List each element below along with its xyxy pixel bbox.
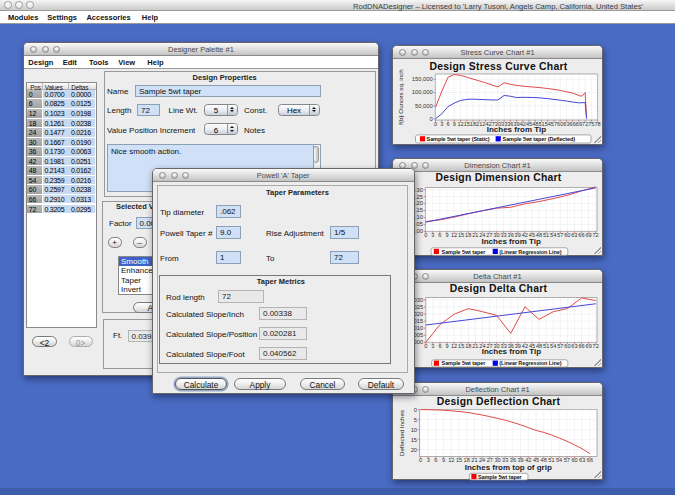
svg-text:12: 12	[448, 456, 454, 462]
svg-text:50,000: 50,000	[415, 102, 433, 108]
svg-text:18: 18	[465, 342, 471, 348]
svg-text:3: 3	[440, 120, 443, 126]
svg-text:9: 9	[442, 456, 445, 462]
svg-text:9: 9	[453, 120, 456, 126]
svg-text:15: 15	[458, 342, 464, 348]
svg-text:15: 15	[458, 232, 464, 238]
svg-text:Inches from Tip: Inches from Tip	[481, 237, 541, 246]
svg-text:(Linear Regression Line): (Linear Regression Line)	[499, 360, 561, 366]
svg-text:78: 78	[594, 120, 600, 126]
svg-text:0: 0	[414, 406, 417, 412]
svg-text:63: 63	[571, 342, 577, 348]
svg-text:f(b) Ounces sq. inch: f(b) Ounces sq. inch	[397, 68, 404, 124]
svg-text:60: 60	[564, 232, 570, 238]
svg-text:6: 6	[434, 456, 437, 462]
svg-text:Sample 5wt taper: Sample 5wt taper	[442, 360, 487, 366]
svg-text:57: 57	[557, 342, 563, 348]
svg-text:0: 0	[424, 232, 427, 238]
svg-text:3: 3	[427, 456, 430, 462]
svg-text:Design Deflection Chart: Design Deflection Chart	[437, 396, 561, 407]
svg-text:0: 0	[430, 115, 433, 121]
svg-text:69: 69	[585, 232, 591, 238]
svg-text:9: 9	[445, 232, 448, 238]
svg-text:Deflected Inches: Deflected Inches	[398, 409, 405, 455]
svg-text:20: 20	[411, 446, 417, 452]
svg-text:51: 51	[543, 232, 549, 238]
svg-text:Inches from Tip: Inches from Tip	[487, 124, 547, 133]
svg-text:Sample 5wt taper: Sample 5wt taper	[442, 248, 487, 254]
svg-text:21: 21	[472, 342, 478, 348]
svg-text:69: 69	[586, 342, 592, 348]
svg-text:54: 54	[550, 342, 556, 348]
svg-text:63: 63	[571, 232, 577, 238]
svg-text:Inches from top of grip: Inches from top of grip	[465, 462, 552, 471]
svg-text:54: 54	[556, 456, 562, 462]
svg-text:3: 3	[431, 342, 434, 348]
svg-text:Sample 5wt taper (Deflected): Sample 5wt taper (Deflected)	[503, 136, 576, 142]
svg-text:0: 0	[419, 456, 422, 462]
svg-text:Sample 5wt taper: Sample 5wt taper	[478, 473, 523, 479]
svg-text:51: 51	[543, 342, 549, 348]
svg-text:66: 66	[578, 232, 584, 238]
svg-text:150,000: 150,000	[412, 76, 433, 82]
svg-text:Design Stress Curve Chart: Design Stress Curve Chart	[430, 60, 568, 71]
svg-text:10: 10	[411, 426, 417, 432]
svg-text:72: 72	[593, 232, 599, 238]
svg-text:0: 0	[434, 120, 437, 126]
svg-text:6: 6	[438, 232, 441, 238]
svg-text:18: 18	[465, 232, 471, 238]
svg-text:60: 60	[571, 456, 577, 462]
svg-text:60: 60	[564, 342, 570, 348]
svg-text:(Linear Regression Line): (Linear Regression Line)	[499, 248, 561, 254]
svg-text:Design Dimension Chart: Design Dimension Chart	[435, 172, 561, 183]
svg-text:Design Delta Chart: Design Delta Chart	[450, 283, 548, 294]
svg-text:100,000: 100,000	[412, 89, 433, 95]
svg-text:5: 5	[414, 416, 417, 422]
svg-text:12: 12	[451, 232, 457, 238]
svg-text:12: 12	[451, 342, 457, 348]
svg-text:63: 63	[579, 456, 585, 462]
svg-text:21: 21	[472, 232, 478, 238]
svg-text:Sample 5wt taper (Static): Sample 5wt taper (Static)	[427, 136, 490, 142]
svg-text:66: 66	[587, 456, 593, 462]
svg-text:Inches from Tip: Inches from Tip	[482, 347, 542, 356]
svg-text:6: 6	[438, 342, 441, 348]
svg-text:15: 15	[411, 436, 417, 442]
svg-text:66: 66	[578, 342, 584, 348]
svg-text:57: 57	[564, 456, 570, 462]
svg-text:54: 54	[550, 232, 556, 238]
svg-text:9: 9	[445, 342, 448, 348]
svg-text:72: 72	[593, 342, 599, 348]
svg-text:0: 0	[424, 342, 427, 348]
svg-text:3: 3	[431, 232, 434, 238]
svg-text:57: 57	[557, 232, 563, 238]
svg-text:6: 6	[446, 120, 449, 126]
svg-text:15: 15	[456, 456, 462, 462]
